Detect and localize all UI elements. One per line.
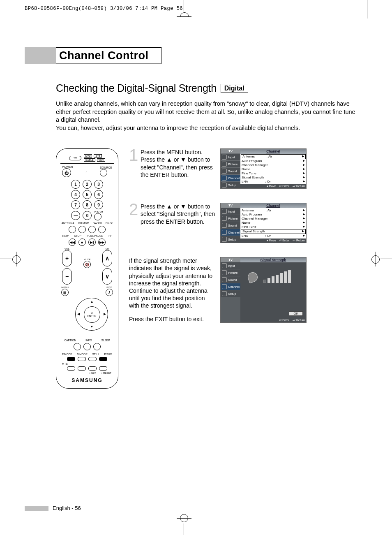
body-row: TV DVD STB CABLE VCR	[56, 148, 362, 389]
osd-signal-strength: TV Input Picture Sound Channel Setup Sig…	[220, 257, 307, 323]
still-button	[88, 357, 97, 361]
move-hint: ♦ Move	[267, 185, 276, 188]
still-label: STILL	[92, 353, 99, 356]
num-8-button: 8	[83, 200, 92, 209]
enter-icon: ⏎	[91, 312, 93, 315]
reset-label: RESET	[103, 372, 111, 374]
input-icon	[222, 263, 227, 268]
dnse-button	[98, 226, 106, 233]
mts-label: MTS	[62, 362, 68, 365]
menu-icon: ▤	[61, 289, 69, 296]
remote-vcr-button: VCR	[97, 158, 106, 162]
playpause-icon: ▶‖	[88, 239, 96, 246]
ok-button: OK	[289, 311, 303, 316]
setup-icon	[222, 183, 227, 188]
section-header: Channel Control	[25, 47, 362, 64]
ff-icon: ▶▶	[98, 239, 106, 246]
picture-icon	[222, 216, 227, 221]
step-text: Press the ▲ or ▼ button to select "Signa…	[141, 203, 216, 243]
picture-icon	[222, 162, 227, 167]
blank-button	[99, 366, 107, 371]
intro-paragraph: You can, however, adjust your antenna to…	[56, 124, 356, 132]
page-footer: English - 56	[25, 505, 81, 511]
channel-icon	[222, 230, 227, 235]
num-3-button: 3	[94, 180, 103, 189]
step-text: Press the MENU button. Press the ▲ or ▼ …	[141, 148, 216, 189]
setup-icon	[222, 237, 227, 242]
section-accent-block	[25, 47, 56, 64]
num-5-button: 5	[83, 190, 92, 199]
pre-ch-label: PRE-CH	[94, 211, 103, 213]
section-title: Channel Control	[56, 47, 162, 64]
osd-tv-label: TV	[221, 149, 240, 153]
up-arrow-icon: ▲	[90, 300, 94, 303]
dish-icon	[247, 271, 259, 284]
ch-up-button: ∧	[102, 250, 112, 266]
step-number: 2	[129, 203, 139, 243]
power-label: POWER	[62, 165, 73, 168]
step-2: 2 Press the ▲ or ▼ button to select "Sig…	[129, 203, 307, 243]
ch-label: CH	[102, 248, 112, 250]
sound-icon	[222, 277, 227, 282]
info-label: INFO	[85, 339, 92, 342]
print-header-meta: BP68-00586F-00Eng(048~059) 3/30/06 7:14 …	[25, 6, 183, 12]
antenna-button	[69, 226, 76, 233]
sleep-button	[93, 343, 101, 350]
step-text: Press the EXIT button to exit.	[129, 315, 216, 323]
crop-mark	[180, 514, 188, 522]
set-label: SET	[91, 372, 96, 374]
power-icon: ⏻	[62, 168, 71, 177]
subheading-row: Checking the Digital-Signal Strength Dig…	[56, 82, 362, 94]
num-9-button: 9	[94, 200, 103, 209]
crop-mark	[180, 12, 189, 21]
rew-icon: ◀◀	[69, 239, 76, 246]
playpause-label: PLAY/PAUSE	[87, 234, 103, 237]
sleep-label: SLEEP	[101, 339, 110, 342]
subheading: Checking the Digital-Signal Strength	[56, 82, 217, 94]
pmode-button	[67, 357, 75, 361]
osd-channel-menu-signal-selected: TV Input Picture Sound Channel Setup Cha…	[220, 203, 307, 243]
ff-label: FF	[108, 234, 112, 237]
mute-icon: 🔇	[83, 261, 91, 268]
rew-label: REW	[62, 234, 69, 237]
source-button	[100, 169, 107, 176]
remote-dvd-button: DVD	[84, 154, 92, 157]
osd-sidebar-input: Input	[221, 153, 240, 160]
step-3: If the signal strength meter indicates t…	[129, 257, 307, 323]
osd-title: Channel	[240, 149, 306, 154]
smode-label: S.MODE	[77, 353, 88, 356]
remote-control-diagram: TV DVD STB CABLE VCR	[56, 148, 118, 389]
steps-column: 1 Press the MENU button. Press the ▲ or …	[129, 148, 307, 389]
pmode-label: P.MODE	[62, 353, 72, 356]
favch-button	[88, 226, 96, 233]
num-6-button: 6	[94, 190, 103, 199]
exit-icon: ⤴	[106, 289, 113, 296]
crop-mark	[184, 523, 184, 535]
num-1-button: 1	[71, 180, 80, 189]
step-1: 1 Press the MENU button. Press the ▲ or …	[129, 148, 307, 189]
crop-mark	[184, 0, 184, 12]
remote-tv-button: TV	[69, 156, 81, 160]
intro-text: Unlike analog channels, which can vary i…	[56, 100, 356, 132]
osd-list: Antenna : Air▶ Auto Program▶ Channel Man…	[240, 154, 306, 184]
smode-button	[78, 357, 86, 361]
num-0-button: 0	[83, 211, 92, 220]
crop-mark	[371, 255, 380, 264]
page-content: Channel Control Checking the Digital-Sig…	[25, 47, 362, 389]
manual-page: BP68-00586F-00Eng(048~059) 3/30/06 7:14 …	[0, 0, 392, 535]
dpad: ▲ ◀ ▶ ▼ ⏎ ENTER	[60, 298, 123, 337]
info-button	[83, 343, 91, 350]
setup-icon	[222, 291, 227, 296]
left-arrow-icon: ◀	[77, 312, 80, 316]
blank-button	[78, 366, 86, 371]
down-arrow-icon: ▼	[90, 325, 94, 329]
psize-button	[99, 357, 107, 361]
trim-line	[367, 0, 367, 19]
footer-accent-block	[25, 506, 48, 511]
sound-icon	[222, 169, 227, 174]
osd-channel-menu: TV Input Picture Sound Channel Setup Cha…	[220, 148, 307, 189]
right-arrow-icon: ▶	[104, 312, 106, 316]
dnse-label: DNSe	[106, 222, 113, 225]
sound-icon	[222, 223, 227, 228]
return-hint: ⮐ Return	[293, 185, 305, 188]
